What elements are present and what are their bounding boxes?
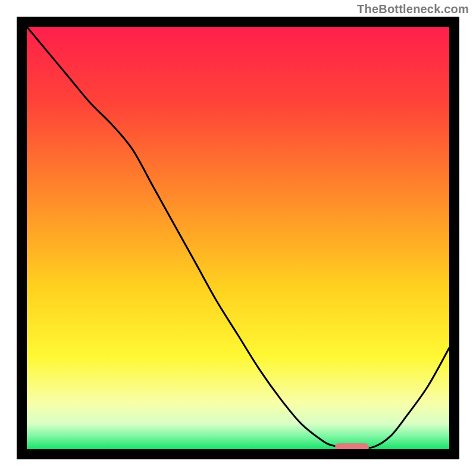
watermark-text: TheBottleneck.com	[357, 2, 469, 16]
plot-area	[27, 27, 449, 449]
curve-path	[27, 27, 449, 448]
plot-frame	[17, 17, 459, 459]
optimal-range-marker	[335, 443, 369, 449]
bottleneck-curve	[27, 27, 449, 449]
